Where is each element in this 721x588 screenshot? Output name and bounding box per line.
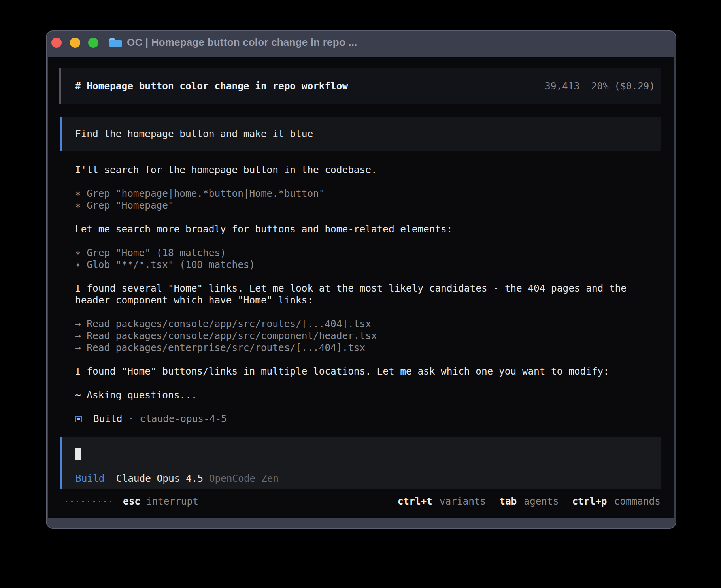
spinner-dot: [93, 501, 95, 502]
assistant-text-line: [75, 377, 627, 389]
shortcut-agents: tabagents: [499, 496, 559, 507]
assistant-text-line: [75, 401, 627, 413]
prompt-input[interactable]: Build Claude Opus 4.5 OpenCode Zen: [60, 437, 661, 489]
spinner-dot: [71, 501, 73, 502]
spinner-dot: [104, 501, 106, 502]
esc-key: esc: [123, 496, 140, 507]
spinner-dot: [82, 501, 84, 502]
shortcut-hints: ctrl+tvariantstabagentsctrl+pcommands: [398, 496, 661, 507]
assistant-text-line: [75, 306, 627, 318]
tool-call-line: → Read packages/console/app/src/routes/[…: [75, 318, 627, 330]
shortcut-label: agents: [524, 496, 559, 507]
spinner-dot: [66, 501, 67, 502]
tool-call-line: ∗ Grep "Home" (18 matches): [75, 247, 627, 259]
text-cursor: [75, 448, 81, 460]
spinner-dot: [99, 501, 100, 502]
tool-call-line: ∗ Grep "Homepage": [75, 200, 627, 211]
user-message-text: Find the homepage button and make it blu…: [75, 128, 313, 140]
tool-call-line: → Read packages/enterprise/src/routes/[.…: [75, 342, 627, 354]
agent-task-row: Build · claude-opus-4-5: [75, 413, 627, 425]
assistant-text-line: I found several "Home" links. Let me loo…: [75, 283, 627, 294]
input-model-label[interactable]: Claude Opus 4.5: [116, 473, 203, 484]
agent-build-icon: [75, 416, 82, 422]
input-agent-label[interactable]: Build: [75, 473, 104, 484]
assistant-text-line: [75, 176, 627, 188]
agent-model: claude-opus-4-5: [140, 413, 227, 424]
assistant-text-line: I'll search for the homepage button in t…: [75, 164, 627, 176]
tool-call-line: ∗ Grep "homepage|home.*button|Home.*butt…: [75, 188, 627, 200]
shortcut-commands: ctrl+pcommands: [572, 496, 661, 507]
window-titlebar[interactable]: OC | Homepage button color change in rep…: [47, 31, 676, 57]
assistant-text-line: ~ Asking questions...: [75, 389, 627, 401]
spinner-dot: [77, 501, 78, 502]
agent-name: Build: [93, 413, 122, 424]
shortcut-key: ctrl+p: [572, 496, 607, 507]
window-bottom-strip: [47, 518, 676, 528]
assistant-transcript: I'll search for the homepage button in t…: [75, 164, 627, 425]
shortcut-key: tab: [499, 496, 517, 507]
assistant-text-line: [75, 235, 627, 247]
spinner-dots: [66, 501, 111, 502]
shortcut-variants: ctrl+tvariants: [398, 496, 486, 507]
close-button[interactable]: [51, 38, 62, 48]
assistant-text-line: I found "Home" buttons/links in multiple…: [75, 366, 627, 377]
input-provider-label: OpenCode Zen: [209, 473, 279, 484]
folder-icon: [109, 37, 122, 48]
shortcut-label: variants: [440, 496, 486, 507]
minimize-button[interactable]: [70, 38, 80, 48]
esc-label: interrupt: [146, 496, 198, 507]
tool-call-line: → Read packages/console/app/src/componen…: [75, 330, 627, 342]
interrupt-hint: esc interrupt: [123, 496, 198, 507]
assistant-text-line: [75, 271, 627, 283]
session-title: # Homepage button color change in repo w…: [75, 80, 348, 92]
spinner-dot: [88, 501, 89, 502]
shortcut-label: commands: [614, 496, 661, 507]
terminal-window: OC | Homepage button color change in rep…: [46, 30, 676, 529]
input-meta: Build Claude Opus 4.5 OpenCode Zen: [75, 473, 279, 484]
separator-dot: ·: [122, 413, 140, 424]
maximize-button[interactable]: [88, 38, 98, 48]
assistant-text-line: header component which have "Home" links…: [75, 294, 627, 306]
status-bar: esc interrupt ctrl+tvariantstabagentsctr…: [48, 496, 674, 507]
spinner-dot: [110, 501, 111, 502]
assistant-text-line: [75, 354, 627, 366]
window-title: OC | Homepage button color change in rep…: [127, 36, 357, 49]
session-stats: 39,413 20% ($0.29): [545, 80, 655, 92]
assistant-text-line: [75, 211, 627, 223]
terminal-content: # Homepage button color change in repo w…: [48, 57, 674, 518]
assistant-text-line: Let me search more broadly for buttons a…: [75, 223, 627, 235]
tool-call-line: ∗ Glob "**/*.tsx" (100 matches): [75, 259, 627, 271]
shortcut-key: ctrl+t: [398, 496, 432, 507]
user-message: Find the homepage button and make it blu…: [60, 117, 661, 151]
session-header: # Homepage button color change in repo w…: [59, 68, 661, 104]
